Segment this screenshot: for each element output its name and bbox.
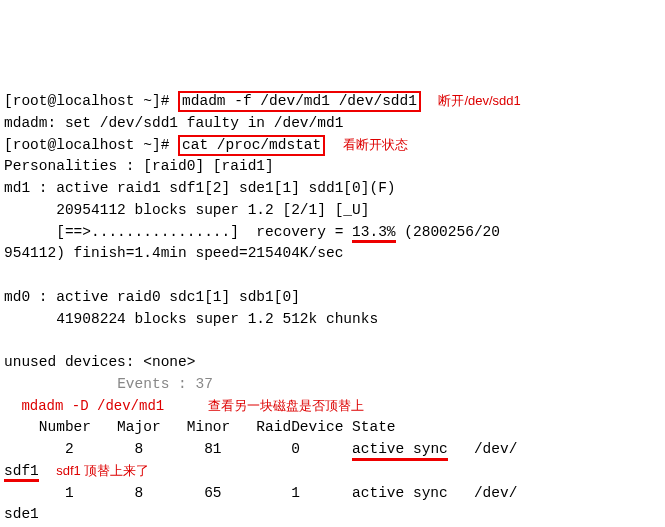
mdstat-md1-blocks: 20954112 blocks super 1.2 [2/1] [_U] [4, 202, 369, 218]
dev-sde1: sde1 [4, 506, 39, 522]
mdstat-unused: unused devices: <none> [4, 354, 195, 370]
dev-sdf1: sdf1 [4, 464, 39, 483]
cmd-cat-mdstat: cat /proc/mdstat [178, 135, 325, 156]
annotation-cmd-detail: mdadm -D /dev/md1 [21, 398, 164, 414]
table-row: 1 8 65 1 active sync /dev/ [4, 485, 517, 501]
recovery-percent: 13.3% [352, 225, 396, 244]
table-row-dev: /dev/ [448, 441, 518, 457]
state-active-sync: active sync [352, 442, 448, 461]
mdstat-recovery-speed: 954112) finish=1.4min speed=215404K/sec [4, 245, 343, 261]
annotation-sdf1: sdf1 顶替上来了 [56, 463, 149, 478]
mdstat-md1: md1 : active raid1 sdf1[2] sde1[1] sdd1[… [4, 180, 396, 196]
mdstat-md0: md0 : active raid0 sdc1[1] sdb1[0] [4, 289, 300, 305]
mdstat-recovery-tail: (2800256/20 [396, 224, 500, 240]
annotation-check-replace: 查看另一块磁盘是否顶替上 [208, 398, 364, 413]
prompt: [root@localhost ~]# [4, 93, 169, 109]
table-row: 2 8 81 0 [4, 441, 352, 457]
events-line: Events : 37 [117, 376, 213, 392]
table-header: Number Major Minor RaidDevice State [4, 419, 396, 435]
output-faulty-set: mdadm: set /dev/sdd1 faulty in /dev/md1 [4, 115, 343, 131]
annotation-fail: 断开/dev/sdd1 [438, 93, 520, 108]
mdstat-recovery-bar: [==>................] recovery = [4, 224, 352, 240]
mdstat-md0-blocks: 41908224 blocks super 1.2 512k chunks [4, 311, 378, 327]
mdstat-personalities: Personalities : [raid0] [raid1] [4, 158, 274, 174]
cmd-mdadm-fail: mdadm -f /dev/md1 /dev/sdd1 [178, 91, 421, 112]
prompt: [root@localhost ~]# [4, 137, 169, 153]
annotation-status: 看断开状态 [343, 137, 408, 152]
